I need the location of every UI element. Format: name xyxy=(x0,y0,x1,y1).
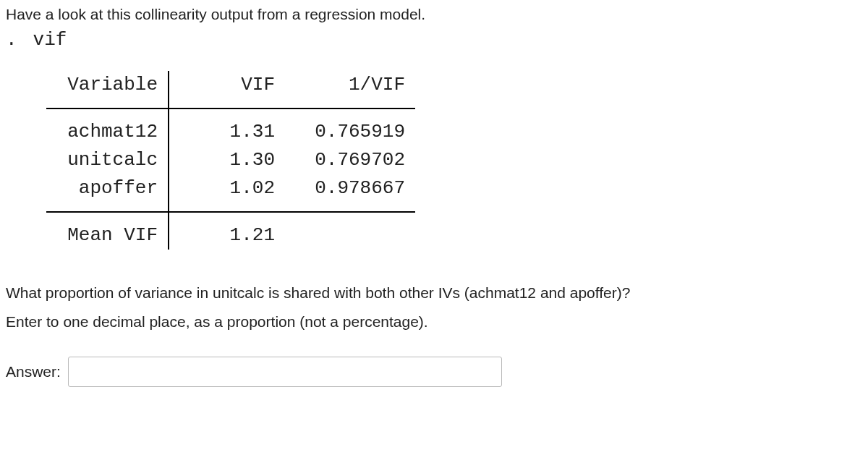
cell-vif: 1.02 xyxy=(169,174,285,203)
question-text: What proportion of variance in unitcalc … xyxy=(6,278,862,336)
cell-vif: 1.31 xyxy=(169,118,285,146)
cell-variable: achmat12 xyxy=(46,118,169,146)
cell-inv-vif: 0.978667 xyxy=(285,174,415,203)
vif-table: Variable VIF 1/VIF achmat12 1.31 0.76591… xyxy=(46,71,862,250)
table-footer-row: Mean VIF 1.21 xyxy=(46,221,862,250)
cell-inv-vif: 0.769702 xyxy=(285,146,415,174)
command-line: . vif xyxy=(6,29,862,51)
cell-variable: unitcalc xyxy=(46,146,169,174)
footer-value: 1.21 xyxy=(169,221,285,250)
header-inv-vif: 1/VIF xyxy=(285,71,415,99)
question-line: What proportion of variance in unitcalc … xyxy=(6,278,862,307)
answer-input[interactable] xyxy=(68,357,502,387)
command-text: vif xyxy=(33,29,67,51)
question-line: Enter to one decimal place, as a proport… xyxy=(6,307,862,336)
header-vif: VIF xyxy=(169,71,285,99)
answer-row: Answer: xyxy=(6,357,862,387)
table-header-row: Variable VIF 1/VIF xyxy=(46,71,862,99)
intro-text: Have a look at this collinearity output … xyxy=(6,6,862,23)
header-variable: Variable xyxy=(46,71,169,99)
table-row: apoffer 1.02 0.978667 xyxy=(46,174,862,203)
cell-variable: apoffer xyxy=(46,174,169,203)
answer-label: Answer: xyxy=(6,363,61,380)
cell-vif: 1.30 xyxy=(169,146,285,174)
command-prompt: . xyxy=(6,29,22,51)
cell-inv-vif: 0.765919 xyxy=(285,118,415,146)
footer-label: Mean VIF xyxy=(46,221,169,250)
table-row: unitcalc 1.30 0.769702 xyxy=(46,146,862,174)
table-row: achmat12 1.31 0.765919 xyxy=(46,118,862,146)
